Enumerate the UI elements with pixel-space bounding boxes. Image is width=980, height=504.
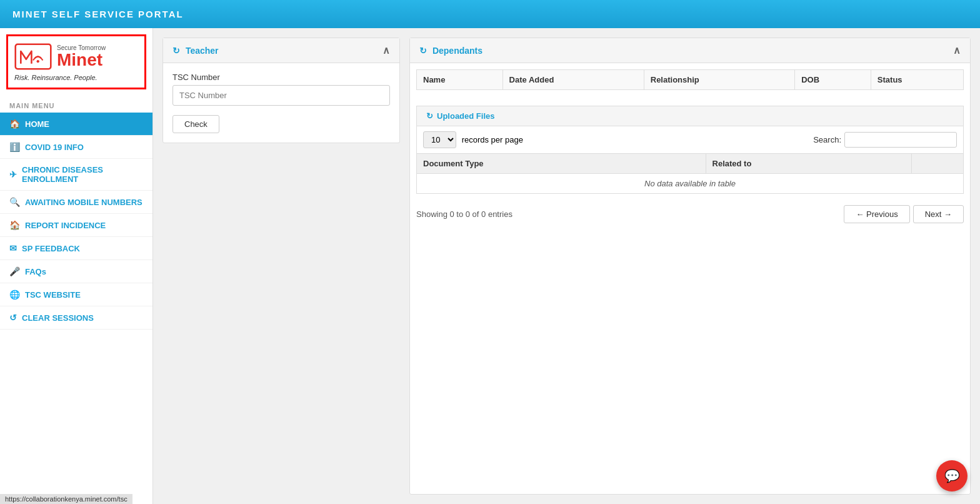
dep-col-relationship: Relationship [644,70,794,90]
teacher-collapse-btn[interactable]: ∧ [382,44,390,56]
uploaded-files-title: Uploaded Files [437,111,494,121]
sidebar-item-tsc-label: TSC WEBSITE [25,290,81,300]
dep-col-status: Status [871,70,963,90]
sidebar-item-faqs[interactable]: 🎤 FAQs [0,260,152,283]
chat-icon: 💬 [944,468,960,483]
teacher-panel-body: TSC Number Check [163,63,399,143]
teacher-panel-header: ↻ Teacher ∧ [163,38,399,63]
report-icon: 🏠 [9,220,20,230]
info-icon: ℹ️ [9,142,20,152]
files-search-input[interactable] [844,132,957,148]
refresh-icon: ↺ [9,313,17,323]
dep-col-date: Date Added [502,70,644,90]
logo-inner: Secure Tomorrow Minet [14,43,138,71]
search-icon: 🔍 [9,197,20,207]
search-label: Search: [813,135,841,144]
sidebar-item-clear[interactable]: ↺ CLEAR SESSIONS [0,306,152,330]
tsc-input[interactable] [172,85,390,106]
records-per-page-group: 10 25 50 records per page [423,131,523,148]
files-no-data-cell: No data available in table [417,174,964,194]
files-col-doctype: Document Type [417,154,706,174]
dependants-panel: ↻ Dependants ∧ Name Date Added Relations… [409,38,971,495]
sidebar-item-covid[interactable]: ℹ️ COVID 19 INFO [0,136,152,159]
tagline-text: Risk. Reinsurance. People. [14,74,138,81]
dependants-collapse-btn[interactable]: ∧ [953,44,961,56]
records-label: records per page [462,135,523,144]
dependants-panel-title: ↻ Dependants [419,46,482,56]
files-col-actions [912,154,964,174]
previous-button[interactable]: ← Previous [844,205,909,223]
plane-icon: ✈ [9,169,17,179]
dependants-table-wrapper: Name Date Added Relationship DOB Status [410,63,970,106]
dep-col-name: Name [417,70,503,90]
sidebar-item-covid-label: COVID 19 INFO [25,143,84,152]
logo-text: Secure Tomorrow Minet [57,44,106,69]
main-layout: Secure Tomorrow Minet Risk. Reinsurance.… [0,28,980,504]
sidebar-item-feedback-label: SP FEEDBACK [22,244,80,253]
files-controls: 10 25 50 records per page Search: [416,126,964,153]
pagination-wrapper: Showing 0 to 0 of 0 entries ← Previous N… [416,194,964,234]
files-table: Document Type Related to No data availab… [416,153,964,194]
files-no-data-row: No data available in table [417,174,964,194]
next-button[interactable]: Next → [913,205,964,223]
globe-icon: 🌐 [9,290,20,300]
dependants-panel-header: ↻ Dependants ∧ [410,38,970,63]
mail-icon: ✉ [9,243,17,253]
mic-icon: 🎤 [9,266,20,276]
home-icon: 🏠 [9,119,20,129]
sidebar-item-chronic[interactable]: ✈ CHRONIC DISEASES ENROLLMENT [0,159,152,191]
app-header: MINET SELF SERVICE PORTAL [0,0,980,28]
check-button[interactable]: Check [172,115,219,133]
logo-area: Secure Tomorrow Minet Risk. Reinsurance.… [6,34,146,89]
teacher-panel: ↻ Teacher ∧ TSC Number Check [162,38,400,143]
chat-fab-button[interactable]: 💬 [936,460,968,491]
sidebar-item-home-label: HOME [25,119,49,129]
sidebar-item-report-label: REPORT INCIDENCE [25,221,106,230]
content-area: ↻ Teacher ∧ TSC Number Check ↻ Dependant… [153,28,980,504]
sidebar-item-tsc[interactable]: 🌐 TSC WEBSITE [0,283,152,306]
sidebar-item-chronic-label: CHRONIC DISEASES ENROLLMENT [22,165,143,184]
sidebar-item-report[interactable]: 🏠 REPORT INCIDENCE [0,214,152,237]
teacher-refresh-icon: ↻ [172,46,180,56]
minet-brand-text: Minet [57,51,106,69]
app-title: MINET SELF SERVICE PORTAL [12,9,184,19]
uploaded-files-refresh-icon: ↻ [426,111,433,121]
sidebar-item-awaiting[interactable]: 🔍 AWAITING MOBILE NUMBERS [0,191,152,214]
records-per-page-select[interactable]: 10 25 50 [423,131,456,148]
uploaded-files-section: ↻ Uploaded Files 10 25 50 records per pa… [416,106,964,234]
showing-info: Showing 0 to 0 of 0 entries [416,204,512,224]
tsc-label: TSC Number [172,73,390,82]
sidebar-item-faqs-label: FAQs [25,267,46,276]
uploaded-files-header: ↻ Uploaded Files [416,106,964,126]
menu-label: MAIN MENU [0,96,152,113]
teacher-panel-title: ↻ Teacher [172,46,219,56]
tsc-form-group: TSC Number [172,73,390,106]
sidebar: Secure Tomorrow Minet Risk. Reinsurance.… [0,28,153,504]
sidebar-item-clear-label: CLEAR SESSIONS [22,313,94,323]
dependants-refresh-icon: ↻ [419,46,427,56]
dep-col-dob: DOB [795,70,871,90]
search-group: Search: [813,132,957,148]
sidebar-item-awaiting-label: AWAITING MOBILE NUMBERS [25,198,142,207]
url-bar: https://collaborationkenya.minet.com/tsc [0,494,132,504]
sidebar-item-home[interactable]: 🏠 HOME [0,113,152,136]
sidebar-item-feedback[interactable]: ✉ SP FEEDBACK [0,237,152,260]
svg-point-1 [37,60,39,63]
pagination-controls: ← Previous Next → [844,199,964,229]
files-col-related: Related to [706,154,912,174]
minet-logo-icon [14,43,52,71]
dependants-table: Name Date Added Relationship DOB Status [416,69,964,90]
